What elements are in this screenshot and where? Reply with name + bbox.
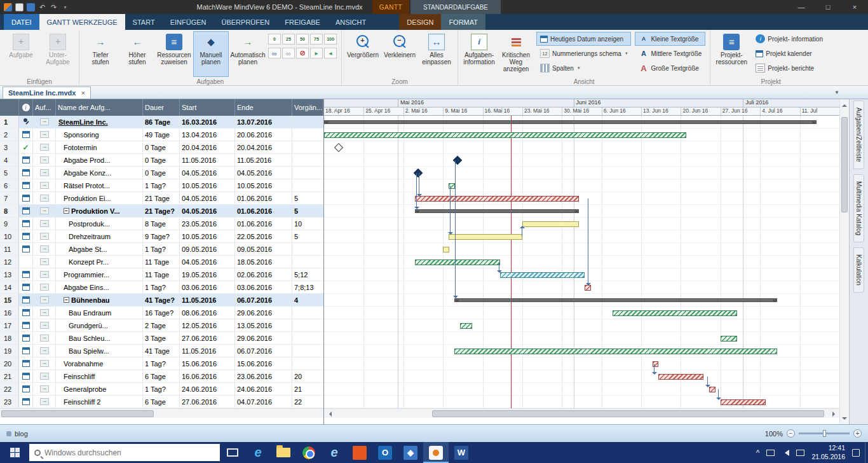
table-row-19[interactable]: 19Bau Spielw...41 Tage11.05.201606.07.20… — [0, 345, 323, 357]
qat-dropdown-icon[interactable]: ▾ — [61, 3, 69, 11]
aufgabe-button[interactable]: Aufgabe — [3, 31, 39, 77]
tray-expand-icon[interactable]: ^ — [756, 448, 760, 457]
projekt-berichte-button[interactable]: Projekt- berichte — [752, 61, 827, 75]
table-row-13[interactable]: 13Programmier...11 Tage19.05.201602.06.2… — [0, 268, 323, 281]
table-row-7[interactable]: 7Produktion Ei...21 Tage04.05.201601.06.… — [0, 192, 323, 205]
gantt-bar-row-18[interactable] — [721, 336, 738, 342]
keyboard-icon[interactable] — [796, 450, 804, 456]
automatisch-planen-button[interactable]: Automatisch planen — [230, 31, 266, 77]
taskbar-app-orange-app[interactable] — [347, 442, 372, 463]
taskbar-app-file-explorer[interactable] — [271, 442, 296, 463]
unlink-tasks-button[interactable]: ∞ — [282, 48, 295, 59]
table-row-16[interactable]: 16Bau Endraum16 Tage?08.06.201629.06.201… — [0, 307, 323, 319]
column-header-auf[interactable]: Auf... — [33, 99, 56, 116]
close-tab-icon[interactable]: × — [81, 89, 85, 97]
table-row-20[interactable]: 20Vorabnahme1 Tag?15.06.201615.06.2016 — [0, 357, 323, 370]
aufgaben-information-button[interactable]: Aufgaben-information — [461, 31, 497, 77]
große-textgröße-button[interactable]: Große Textgröße — [635, 61, 705, 75]
search-input[interactable] — [44, 448, 197, 457]
zoom-out-button[interactable]: − — [787, 429, 795, 438]
document-tab[interactable]: SteamLine Inc.mvdx × — [3, 86, 91, 99]
ressourcen-zuweisen-button[interactable]: Ressourcen zuweisen — [156, 31, 192, 77]
taskbar-app-outlook[interactable]: O — [372, 442, 398, 463]
taskbar-search[interactable] — [29, 444, 220, 461]
projekt-information-button[interactable]: Projekt- information — [752, 32, 827, 46]
unter-aufgabe-button[interactable]: Unter-Aufgabe — [40, 31, 76, 77]
table-row-11[interactable]: 11Abgabe St...1 Tag?09.05.201609.05.2016 — [0, 243, 323, 256]
ribbon-tab-gantt-werkzeuge[interactable]: GANTT WERKZEUGE — [39, 14, 125, 30]
gantt-bar-row-23[interactable] — [721, 399, 766, 405]
scroll-left-icon[interactable] — [324, 409, 334, 418]
volume-icon[interactable] — [782, 450, 789, 456]
zoom-slider-thumb[interactable] — [823, 430, 826, 437]
taskbar-app-mindview[interactable] — [423, 442, 449, 463]
gantt-bar-row-8[interactable] — [415, 209, 580, 213]
table-row-3[interactable]: 3✓Fototermin0 Tage20.04.201620.04.2016 — [0, 141, 323, 154]
scrollbar-thumb[interactable] — [432, 410, 824, 417]
new-document-icon[interactable] — [15, 3, 24, 11]
minimize-button[interactable]: — — [788, 0, 815, 14]
tiefer-stufen-button[interactable]: Tiefer stufen — [83, 31, 118, 77]
table-row-17[interactable]: 17Grundgerü...2 Tage12.05.201613.05.2016 — [0, 319, 323, 332]
milestone-row-5[interactable] — [414, 169, 423, 177]
table-row-8[interactable]: 8−Produktion V...21 Tage?04.05.201601.06… — [0, 205, 323, 218]
chart-vertical-scrollbar[interactable] — [839, 99, 849, 424]
table-row-5[interactable]: 5Abgabe Konz...0 Tage04.05.201604.05.201… — [0, 167, 323, 179]
kleine-textgröße-button[interactable]: Kleine Textgröße — [635, 32, 705, 46]
mittlere-textgröße-button[interactable]: Mittlere Textgröße — [635, 46, 705, 60]
vergrößern-button[interactable]: +Vergrößern — [345, 31, 381, 77]
ribbon-tab-einfügen[interactable]: EINFÜGEN — [163, 14, 214, 30]
chart-horizontal-scrollbar[interactable] — [324, 408, 839, 418]
redo-icon[interactable]: ↷ — [50, 3, 58, 11]
milestone-row-3[interactable] — [334, 143, 343, 152]
spalten-button[interactable]: Spalten▾ — [536, 61, 631, 75]
scroll-up-icon[interactable] — [840, 99, 849, 109]
alles-einpassen-button[interactable]: Alles einpassen — [419, 31, 454, 77]
table-row-2[interactable]: 2Sponsoring49 Tage13.04.201620.06.2016 — [0, 128, 323, 141]
table-row-1[interactable]: 1SteamLine Inc.86 Tage16.03.201613.07.20… — [0, 116, 323, 128]
clear-constraint-button[interactable]: ⊘ — [296, 48, 309, 59]
collapse-icon[interactable]: − — [64, 208, 69, 214]
ribbon-tab-ansicht[interactable]: ANSICHT — [328, 14, 374, 30]
column-header-ende[interactable]: Ende — [235, 99, 292, 116]
column-header-info[interactable]: i — [19, 99, 33, 116]
taskbar-app-internet-explorer[interactable]: e — [322, 442, 347, 463]
tab-list-dropdown-icon[interactable]: ▼ — [834, 90, 839, 95]
undo-icon[interactable]: ↶ — [38, 3, 46, 11]
constraint-end-button[interactable]: ◂ — [324, 48, 337, 59]
gantt-bar-row-15[interactable] — [454, 298, 777, 302]
projekt-ressourcen-button[interactable]: Projekt-ressourcen — [714, 31, 749, 77]
gantt-bar-row-7[interactable] — [415, 196, 580, 202]
network-icon[interactable] — [766, 450, 775, 456]
gantt-bar-row-12[interactable] — [415, 259, 500, 265]
ribbon-tab-design[interactable]: DESIGN — [399, 14, 441, 30]
scrollbar-thumb[interactable] — [841, 117, 848, 212]
zoom-in-button[interactable]: + — [853, 429, 862, 438]
table-row-23[interactable]: 23Feinschliff 26 Tage27.06.201604.07.201… — [0, 396, 323, 408]
gantt-bar-row-1[interactable] — [324, 120, 817, 124]
table-row-10[interactable]: 10Drehzeitraum9 Tage?10.05.201622.05.201… — [0, 230, 323, 243]
taskbar-app-edge[interactable]: e — [245, 442, 271, 463]
gantt-bar-row-16[interactable] — [613, 310, 737, 316]
column-header-vorg[interactable]: Vorgän... — [292, 99, 323, 116]
link-tasks-button[interactable]: ∞ — [268, 48, 281, 59]
progress-25-button[interactable]: 25 — [282, 34, 295, 45]
ribbon-tab-start[interactable]: START — [125, 14, 163, 30]
maximize-button[interactable]: □ — [815, 0, 841, 14]
manuell-planen-button[interactable]: Manuell planen — [193, 31, 229, 77]
ribbon-tab-überprüfen[interactable]: ÜBERPRÜFEN — [214, 14, 278, 30]
projekt-kalender-button[interactable]: Projekt kalender — [752, 46, 827, 60]
table-row-14[interactable]: 14Abgabe Eins...1 Tag?03.06.201603.06.20… — [0, 281, 323, 294]
collapse-icon[interactable]: − — [64, 297, 69, 303]
start-button[interactable] — [0, 442, 29, 463]
gantt-bar-row-17[interactable] — [460, 323, 472, 329]
table-row-4[interactable]: 4Abgabe Prod...0 Tage11.05.201611.05.201… — [0, 154, 323, 167]
progress-75-button[interactable]: 75 — [310, 34, 323, 45]
nummerierungs-schema-button[interactable]: Nummerierungs schema▾ — [536, 46, 631, 60]
side-tab-multimedia-katalog[interactable]: Multimedia Katalog — [853, 174, 864, 242]
gantt-bar-row-13[interactable] — [500, 272, 585, 278]
taskbar-app-chrome[interactable] — [296, 442, 322, 463]
close-button[interactable]: × — [841, 0, 868, 14]
action-center-icon[interactable] — [852, 449, 860, 457]
progress-100-button[interactable]: 100 — [324, 34, 337, 45]
